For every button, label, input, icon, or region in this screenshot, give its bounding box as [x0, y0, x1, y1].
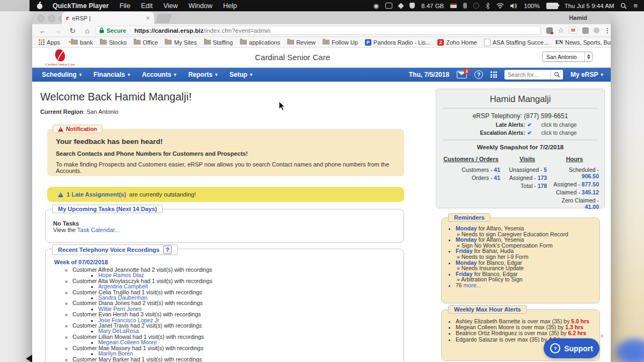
notification-subheading: Search Contacts and Phone Numbers for Cu… [56, 150, 396, 157]
check-icon: ✔ [528, 122, 534, 128]
search-button[interactable] [551, 70, 563, 79]
chevron-down-icon: ▾ [250, 72, 253, 77]
spotlight-search-icon[interactable] [620, 3, 627, 9]
extension-icon[interactable] [546, 27, 553, 34]
global-search [504, 70, 563, 79]
menu-file[interactable]: File [120, 2, 130, 10]
gmail-icon[interactable]: M [569, 27, 577, 34]
address-bar[interactable]: Secure https://cardinal.ersp.biz /index.… [96, 26, 541, 35]
recordings-legend: Recent Telephony Voice Recordings ? [52, 244, 178, 255]
tab-close-icon[interactable]: × [146, 15, 150, 22]
select-arrows-icon [584, 52, 592, 61]
snapshot-row: Scheduled - 906.50 [550, 166, 599, 179]
nav-right-cluster: Thu, 7/5/2018 2 ? My eRSP▾ [409, 70, 611, 79]
escalation-alerts-change-link[interactable]: click to change [541, 130, 590, 136]
late-alerts-change-link[interactable]: click to change [541, 122, 590, 128]
notification-panel: Notification Your feedback has been hear… [47, 129, 404, 176]
shield-icon[interactable] [409, 3, 415, 9]
nav-accounts[interactable]: Accounts▾ [142, 71, 176, 78]
menubar-app-name[interactable]: QuickTime Player [53, 2, 109, 10]
profile-avatar-icon[interactable] [594, 27, 599, 33]
bookmark-folder-bank[interactable]: bank [71, 39, 93, 46]
bookmark-zoho[interactable]: ZZoho Home [437, 39, 477, 46]
bookmark-folder-staffing[interactable]: Staffing [204, 39, 233, 46]
reminders-more-link[interactable]: more... [464, 282, 481, 288]
close-window-button[interactable] [38, 15, 45, 22]
dropbox-icon[interactable] [398, 3, 404, 9]
menu-window[interactable]: Window [188, 2, 212, 10]
screen-record-icon[interactable]: ◉ [374, 2, 379, 10]
chrome-menu-icon[interactable]: ⋮ [604, 27, 611, 34]
region-select[interactable]: San Antonio [542, 52, 592, 62]
help-question-button[interactable]: ? [163, 245, 172, 254]
notification-text: To make finding Prospects and Customers … [56, 161, 396, 174]
chevron-down-icon: ▾ [215, 72, 218, 77]
task-calendar-link[interactable]: Task Calendar... [77, 227, 120, 233]
search-input[interactable] [504, 70, 551, 79]
back-icon[interactable]: ← [39, 26, 47, 35]
bookmark-folder-stocks[interactable]: Stocks [100, 39, 127, 46]
bookmark-folder-office[interactable]: Office [134, 39, 158, 46]
nav-reports[interactable]: Reports▾ [188, 71, 218, 78]
clapper-icon[interactable] [450, 3, 457, 8]
url-host: https://cardinal.ersp.biz [134, 27, 203, 34]
bluetooth-icon[interactable] [486, 3, 490, 9]
bookmark-pandora[interactable]: PPandora Radio - Lis... [365, 39, 430, 46]
messages-icon[interactable]: 2 [457, 71, 467, 78]
bookmark-folder-follow-up[interactable]: Follow Up [323, 39, 358, 46]
reminders-legend: Reminders [448, 213, 491, 222]
bookmark-apps[interactable]: Apps [39, 39, 60, 46]
memory-usage[interactable]: 8.47 GB [421, 3, 444, 9]
recording-customer: Customer Lillian Mowat had 1 visit(s) wi… [72, 334, 404, 345]
menu-view[interactable]: View [163, 2, 178, 10]
reload-icon[interactable]: ↻ [68, 26, 77, 35]
display-icon[interactable] [385, 3, 392, 9]
nav-setup[interactable]: Setup▾ [230, 71, 253, 78]
minimize-window-button[interactable] [48, 15, 55, 22]
logo-caption: Cardinal Senior Care [44, 62, 76, 66]
help-icon[interactable]: ? [474, 70, 483, 79]
apps-launcher-icon[interactable] [491, 71, 497, 78]
desktop-edge [0, 0, 30, 11]
notification-body: Your feedback has been heard! Search Con… [47, 129, 404, 178]
late-assignments-link[interactable]: 1 Late Assignment(s) [67, 191, 126, 198]
snapshot-visits-column: Visits Unassigned - 5 Assigned - 173 Tot… [508, 156, 550, 210]
max-hour-alerts-legend: Weekly Max Hour Alerts [448, 305, 527, 314]
apple-menu-icon[interactable] [37, 3, 43, 9]
battery-icon[interactable] [546, 3, 558, 9]
home-icon[interactable]: ⌂ [83, 26, 92, 35]
notification-center-icon[interactable]: ≡ [633, 2, 638, 10]
screen: { "glyphs": { "caret_down": "▾", "check"… [0, 0, 644, 362]
snapshot-row: Assigned - 877.50 [550, 181, 599, 187]
new-tab-button[interactable] [155, 14, 172, 23]
bookmark-folder-applications[interactable]: applications [240, 39, 280, 46]
nav-scheduling[interactable]: Scheduling▾ [42, 71, 82, 78]
menu-edit[interactable]: Edit [141, 2, 153, 10]
bookmark-folder-review[interactable]: Review [287, 39, 316, 46]
forward-icon[interactable]: → [54, 26, 62, 35]
menu-help[interactable]: Help [223, 2, 237, 10]
cardinal-logo[interactable]: Cardinal Senior Care [44, 49, 76, 66]
airplay-icon[interactable] [473, 3, 479, 9]
bookmark-news[interactable]: ENNews, Sports, Busi... [555, 39, 611, 46]
recording-customer: Customer Alfred Jeannotte had 2 visit(s)… [72, 267, 404, 278]
search-icon [554, 71, 560, 78]
menubar-clock[interactable]: Thu Jul 5 9:44 AM [565, 3, 614, 9]
browser-tab[interactable]: e eRSP | × [62, 12, 154, 24]
reminders-panel: Reminders Monday for Alfaro, Yesenia» Ne… [441, 218, 600, 303]
nav-financials[interactable]: Financials▾ [93, 71, 130, 78]
bookmark-asa[interactable]: ASA Staffing Succe... [484, 39, 548, 46]
mouse-icon[interactable] [463, 3, 467, 9]
nav-my-ersp[interactable]: My eRSP▾ [570, 71, 603, 78]
evernote-icon[interactable] [582, 27, 589, 34]
bookmark-star-icon[interactable]: ☆ [558, 26, 564, 34]
support-widget-close-icon[interactable]: × [600, 332, 604, 340]
browser-profile-name[interactable]: Hamid [569, 15, 587, 21]
folder-icon [323, 40, 330, 45]
bookmark-folder-my-sites[interactable]: My Sites [165, 39, 196, 46]
wifi-icon[interactable] [496, 3, 504, 9]
mouse-cursor [279, 101, 286, 111]
volume-icon[interactable] [510, 3, 517, 9]
recording-customer: Customer Mary Barker had 1 visit(s) with… [72, 357, 404, 362]
support-button[interactable]: ? Support [544, 338, 599, 358]
